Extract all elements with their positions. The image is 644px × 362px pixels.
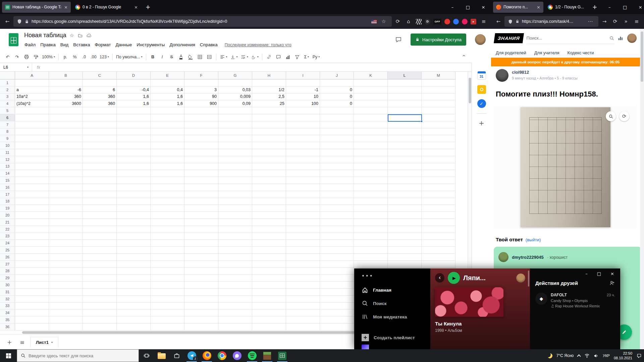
cell-C30[interactable] xyxy=(83,282,117,289)
cell-I16[interactable] xyxy=(286,184,320,191)
column-header-A[interactable]: A xyxy=(15,72,49,79)
cell-B35[interactable] xyxy=(49,316,83,323)
cell-K4[interactable] xyxy=(354,100,388,107)
cell-G25[interactable] xyxy=(218,247,252,254)
maximize-button[interactable]: □ xyxy=(597,271,601,276)
cell-I34[interactable] xyxy=(286,309,320,316)
cell-C18[interactable] xyxy=(83,198,117,205)
cell-L1[interactable] xyxy=(388,79,422,86)
cell-L8[interactable] xyxy=(388,128,422,135)
cell-H12[interactable] xyxy=(252,156,286,163)
cell-I5[interactable] xyxy=(286,107,320,114)
cell-J8[interactable] xyxy=(320,128,354,135)
cell-J35[interactable] xyxy=(320,316,354,323)
cell-L19[interactable] xyxy=(388,205,422,212)
cell-K13[interactable] xyxy=(354,163,388,170)
cell-G26[interactable] xyxy=(218,254,252,261)
cell-G17[interactable] xyxy=(218,191,252,198)
row-header-36[interactable]: 36 xyxy=(0,323,15,330)
cell-G21[interactable] xyxy=(218,219,252,226)
search-input[interactable] xyxy=(527,36,607,41)
cell-G27[interactable] xyxy=(218,261,252,268)
cell-J1[interactable] xyxy=(320,79,354,86)
create-playlist-button[interactable]: + Создать плейлист xyxy=(362,331,430,344)
cell-F26[interactable] xyxy=(184,254,218,261)
cell-H20[interactable] xyxy=(252,212,286,219)
cell-F6[interactable] xyxy=(184,114,218,121)
column-header-B[interactable]: B xyxy=(49,72,83,79)
cell-B18[interactable] xyxy=(49,198,83,205)
row-header-7[interactable]: 7 xyxy=(0,121,15,128)
cell-I4[interactable]: 100 xyxy=(286,100,320,107)
cell-E21[interactable] xyxy=(151,219,184,226)
cell-K25[interactable] xyxy=(354,247,388,254)
cell-E12[interactable] xyxy=(151,156,184,163)
cell-E16[interactable] xyxy=(151,184,184,191)
extension-icon-blue[interactable] xyxy=(453,19,459,24)
url-bar[interactable]: https://znanija.com/task/4… ⋯ xyxy=(504,16,598,27)
row-header-23[interactable]: 23 xyxy=(0,233,15,240)
cell-G8[interactable] xyxy=(218,128,252,135)
cell-J27[interactable] xyxy=(320,261,354,268)
cell-C20[interactable] xyxy=(83,212,117,219)
cell-B28[interactable] xyxy=(49,268,83,275)
cell-H22[interactable] xyxy=(252,226,286,233)
taskbar-search-input[interactable] xyxy=(29,353,135,358)
cell-H32[interactable] xyxy=(252,296,286,303)
cell-J36[interactable] xyxy=(320,323,354,330)
cell-C5[interactable] xyxy=(83,107,117,114)
cell-H11[interactable] xyxy=(252,149,286,156)
get-addons-button[interactable]: + xyxy=(479,119,484,127)
cell-K3[interactable] xyxy=(354,94,388,101)
friend-name[interactable]: DAFOLT xyxy=(551,293,567,297)
cell-I21[interactable] xyxy=(286,219,320,226)
cell-B10[interactable] xyxy=(49,142,83,149)
cell-E22[interactable] xyxy=(151,226,184,233)
cell-H7[interactable] xyxy=(252,121,286,128)
cell-K15[interactable] xyxy=(354,177,388,184)
row-header-17[interactable]: 17 xyxy=(0,191,15,198)
profile-avatar[interactable] xyxy=(627,34,637,43)
cell-D28[interactable] xyxy=(117,268,151,275)
cell-L22[interactable] xyxy=(388,226,422,233)
page-scrollbar[interactable] xyxy=(640,29,644,349)
cell-C31[interactable] xyxy=(83,289,117,296)
cell-D23[interactable] xyxy=(117,233,151,240)
row-header-5[interactable]: 5 xyxy=(0,107,15,114)
cell-C15[interactable] xyxy=(83,177,117,184)
cell-M8[interactable] xyxy=(422,128,455,135)
cell-A15[interactable] xyxy=(15,177,49,184)
menu-file[interactable]: Файл xyxy=(22,41,38,48)
telegram-icon[interactable]: 2 xyxy=(184,349,199,362)
cell-B20[interactable] xyxy=(49,212,83,219)
cell-G32[interactable] xyxy=(218,296,252,303)
cell-G16[interactable] xyxy=(218,184,252,191)
asker-avatar[interactable] xyxy=(496,69,508,82)
cell-M9[interactable] xyxy=(422,135,455,142)
row-header-9[interactable]: 9 xyxy=(0,135,15,142)
bold-button[interactable]: B xyxy=(149,53,157,61)
cell-J10[interactable] xyxy=(320,142,354,149)
cell-K24[interactable] xyxy=(354,240,388,247)
cell-F11[interactable] xyxy=(184,149,218,156)
cell-L26[interactable] xyxy=(388,254,422,261)
cell-A32[interactable] xyxy=(15,296,49,303)
cell-B5[interactable] xyxy=(49,107,83,114)
cell-F20[interactable] xyxy=(184,212,218,219)
cell-H36[interactable] xyxy=(252,323,286,330)
collapse-toolbar-button[interactable]: ^ xyxy=(460,53,468,61)
cell-C28[interactable] xyxy=(83,268,117,275)
cell-F15[interactable] xyxy=(184,177,218,184)
cell-K27[interactable] xyxy=(354,261,388,268)
redo-button[interactable]: ↷ xyxy=(13,53,21,61)
cell-I15[interactable] xyxy=(286,177,320,184)
cell-A3[interactable]: 10a^2 xyxy=(15,94,49,101)
cell-A24[interactable] xyxy=(15,240,49,247)
maximize-button[interactable]: □ xyxy=(460,0,476,14)
close-button[interactable]: × xyxy=(633,0,644,14)
cell-E2[interactable]: 0,4 xyxy=(151,86,184,94)
cell-D24[interactable] xyxy=(117,240,151,247)
cell-C11[interactable] xyxy=(83,149,117,156)
cell-G7[interactable] xyxy=(218,121,252,128)
cell-B3[interactable]: 360 xyxy=(49,94,83,101)
